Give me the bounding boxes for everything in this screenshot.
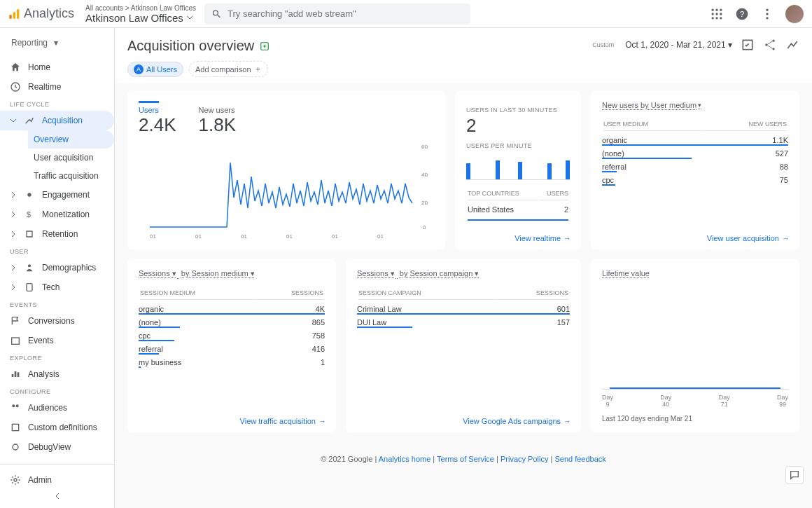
chevron-right-icon: [10, 284, 17, 291]
reporting-menu[interactable]: Reporting ▾: [6, 34, 108, 52]
logo[interactable]: Analytics: [8, 6, 74, 21]
svg-text:01: 01: [150, 233, 156, 240]
sessions-dropdown[interactable]: Sessions ▾: [139, 269, 176, 278]
table-row[interactable]: cpc758: [139, 328, 325, 341]
sidebar-item-engagement[interactable]: Engagement: [0, 185, 114, 205]
feedback-button[interactable]: [785, 466, 804, 484]
svg-rect-21: [27, 284, 32, 291]
more-icon[interactable]: [760, 7, 774, 21]
footer-link-tos[interactable]: Terms of Service: [437, 455, 494, 463]
view-google-ads-link[interactable]: View Google Ads campaigns →: [463, 417, 571, 425]
svg-text:01: 01: [195, 233, 202, 240]
view-traffic-acquisition-link[interactable]: View traffic acquisition →: [240, 417, 326, 425]
sidebar-item-retention[interactable]: Retention: [0, 224, 114, 244]
sessions-dropdown-2[interactable]: Sessions ▾: [357, 269, 395, 278]
lifetime-value-chart: [602, 284, 788, 390]
sidebar-item-analysis[interactable]: Analysis: [0, 364, 114, 384]
help-icon[interactable]: ?: [735, 7, 749, 21]
country-row[interactable]: United States2: [468, 202, 568, 214]
view-realtime-link[interactable]: View realtime →: [514, 234, 571, 242]
sidebar-item-overview[interactable]: Overview: [28, 130, 114, 149]
svg-point-3: [712, 8, 714, 11]
svg-point-16: [766, 17, 768, 19]
footer-link-privacy[interactable]: Privacy Policy: [500, 455, 548, 463]
chevron-down-icon: [10, 117, 17, 124]
add-comparison-button[interactable]: Add comparison ＋: [189, 61, 268, 77]
sidebar-item-admin[interactable]: Admin: [0, 470, 114, 490]
search-bar[interactable]: [204, 4, 470, 25]
view-user-acquisition-link[interactable]: View user acquisition →: [707, 234, 790, 242]
home-icon: [10, 62, 21, 73]
sidebar-item-home[interactable]: Home: [0, 57, 114, 77]
product-name: Analytics: [24, 6, 74, 21]
table-row[interactable]: (none)865: [139, 315, 325, 328]
customize-icon[interactable]: [741, 38, 755, 52]
chevron-down-icon: [186, 14, 193, 21]
svg-text:?: ?: [740, 9, 745, 18]
segment-all-users[interactable]: AAll Users: [127, 62, 183, 77]
svg-point-10: [715, 17, 718, 19]
property-selector[interactable]: All accounts > Atkinson Law Offices Atki…: [85, 4, 196, 24]
footer-link-home[interactable]: Analytics home: [379, 455, 431, 463]
svg-point-5: [720, 8, 722, 11]
share-icon[interactable]: [763, 38, 777, 52]
table-row[interactable]: (none)527: [602, 146, 788, 159]
user-avatar[interactable]: [785, 5, 804, 23]
svg-text:40: 40: [421, 172, 428, 178]
svg-text:01: 01: [332, 233, 338, 240]
card-medium-dropdown[interactable]: New users by User medium▾: [602, 101, 788, 109]
table-row[interactable]: organic4K: [139, 301, 325, 315]
session-medium-dropdown[interactable]: by Session medium ▾: [181, 269, 255, 278]
collapse-sidebar-button[interactable]: [0, 490, 114, 502]
footer-link-feedback[interactable]: Send feedback: [554, 455, 606, 463]
apps-icon[interactable]: [710, 7, 724, 21]
session-campaign-dropdown[interactable]: by Session campaign ▾: [400, 269, 479, 278]
sidebar-item-acquisition[interactable]: Acquisition: [0, 111, 114, 130]
chevron-right-icon: [10, 231, 17, 238]
card-users-chart: Users2.4K New users1.8K 60 40 20 0 01Oct…: [127, 91, 445, 249]
lv-note: Last 120 days ending Mar 21: [602, 415, 788, 423]
sidebar-item-custom-definitions[interactable]: Custom definitions: [0, 418, 114, 437]
sidebar-item-events[interactable]: Events: [0, 331, 114, 350]
sidebar-item-demographics[interactable]: Demographics: [0, 258, 114, 277]
chat-icon: [789, 469, 800, 481]
sidebar-item-monetization[interactable]: $Monetization: [0, 205, 114, 224]
svg-point-29: [772, 40, 774, 42]
chevron-right-icon: [10, 191, 17, 198]
table-row[interactable]: organic1.1K: [602, 132, 788, 146]
sidebar-item-audiences[interactable]: Audiences: [0, 398, 114, 418]
sidebar-item-debugview[interactable]: DebugView: [0, 437, 114, 457]
gear-icon: [10, 474, 21, 486]
svg-point-15: [766, 13, 768, 15]
stat-new-users[interactable]: New users1.8K: [199, 101, 237, 136]
sidebar-item-tech[interactable]: Tech: [0, 277, 114, 297]
svg-point-14: [766, 8, 768, 11]
search-input[interactable]: [227, 8, 463, 19]
sidebar-item-traffic-acquisition[interactable]: Traffic acquisition: [28, 167, 114, 185]
card-session-medium: Sessions ▾ by Session medium ▾ SESSION M…: [127, 259, 336, 432]
date-range-picker[interactable]: Oct 1, 2020 - Mar 21, 2021 ▾: [625, 40, 732, 50]
sidebar-section-events: EVENTS: [0, 297, 114, 311]
sidebar-item-conversions[interactable]: Conversions: [0, 311, 114, 331]
insights-icon[interactable]: [785, 38, 799, 52]
table-row[interactable]: Criminal Law601: [357, 301, 570, 315]
table-row[interactable]: referral416: [139, 341, 325, 355]
sidebar-item-user-acquisition[interactable]: User acquisition: [28, 149, 114, 167]
acquisition-icon: [24, 115, 35, 126]
date-custom-label: Custom: [592, 41, 614, 48]
table-row[interactable]: DUI Law157: [357, 315, 570, 328]
users-line-chart: 60 40 20 0 01Oct 01Nov 01Dec 01Jan 01Feb…: [139, 142, 434, 240]
chevron-right-icon: [10, 264, 17, 271]
sidebar-section-lifecycle: LIFE CYCLE: [0, 97, 114, 111]
sidebar-item-realtime[interactable]: Realtime: [0, 77, 114, 97]
table-row[interactable]: cpc75: [602, 172, 788, 186]
clock-icon: [10, 81, 21, 92]
svg-point-8: [720, 13, 722, 15]
analysis-icon: [10, 369, 21, 380]
stat-users[interactable]: Users2.4K: [139, 101, 176, 136]
custom-icon: [10, 422, 21, 433]
table-row[interactable]: referral88: [602, 159, 788, 172]
search-icon: [211, 8, 222, 20]
table-row[interactable]: my business1: [139, 355, 325, 368]
svg-text:0: 0: [423, 224, 426, 231]
